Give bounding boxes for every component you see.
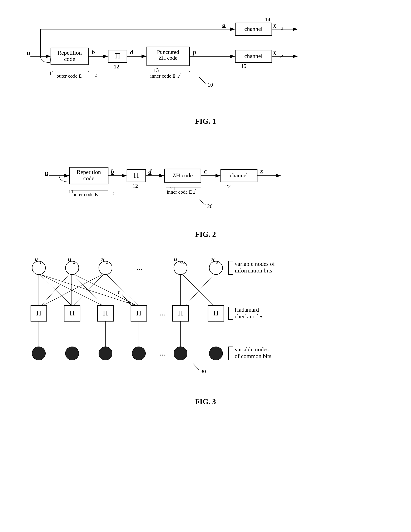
fig3-label: FIG. 3 [17,397,394,406]
svg-text:x: x [260,168,263,174]
figure-1: u Repetition code b Π 12 d Punctured ZH … [17,12,394,126]
svg-text:Π: Π [115,52,120,60]
svg-text:channel: channel [244,26,262,32]
svg-text:11: 11 [49,70,55,76]
svg-text:c: c [204,168,207,174]
svg-point-118 [99,347,112,360]
svg-point-117 [65,347,79,360]
svg-text:12: 12 [133,183,138,189]
svg-text:2: 2 [193,190,195,194]
svg-text:channel: channel [244,53,262,59]
svg-text:H: H [213,309,219,317]
svg-line-134 [107,275,138,305]
svg-line-145 [122,294,130,304]
svg-line-137 [186,275,214,305]
svg-text:30: 30 [201,369,206,374]
svg-line-162 [193,363,199,370]
svg-text:2: 2 [178,74,180,78]
svg-text:H: H [36,309,41,317]
svg-text:u: u [281,25,283,31]
svg-text:u: u [211,256,215,262]
svg-text:u: u [101,256,105,262]
svg-text:Hadamard: Hadamard [235,306,259,313]
svg-text:k-1: k-1 [180,260,185,265]
svg-text:1: 1 [95,73,97,77]
svg-text:H: H [178,309,183,317]
svg-text:y: y [273,48,276,55]
svg-text:p: p [192,49,196,56]
svg-text:1: 1 [113,191,115,196]
svg-text:y: y [273,21,276,28]
svg-text:k: k [216,260,219,265]
svg-text:Π: Π [134,171,139,180]
svg-text:H: H [70,309,75,317]
svg-line-136 [183,275,213,305]
svg-text:d: d [148,168,152,175]
svg-text:...: ... [160,349,165,357]
svg-text:of common bits: of common bits [235,353,271,359]
svg-text:ZH code: ZH code [159,55,177,61]
svg-text:12: 12 [114,64,119,70]
figure-2: u Repetition code 11 outer code E 1 b Π … [17,138,394,239]
svg-text:15: 15 [241,63,246,69]
svg-text:u: u [68,256,71,262]
svg-text:information bits: information bits [235,267,272,274]
svg-text:H: H [103,309,108,317]
svg-text:u: u [174,256,177,262]
svg-text:14: 14 [265,17,270,22]
svg-text:outer code E: outer code E [56,73,82,79]
svg-text:d: d [130,49,133,56]
svg-text:3: 3 [106,260,108,265]
fig1-diagram: u Repetition code b Π 12 d Punctured ZH … [17,12,394,113]
svg-text:code: code [64,56,75,62]
svg-point-100 [209,261,223,275]
svg-text:code: code [83,175,94,181]
svg-text:ZH code: ZH code [172,172,192,179]
svg-text:u: u [222,21,226,28]
svg-text:check nodes: check nodes [235,313,264,320]
svg-text:Punctured: Punctured [157,49,179,55]
svg-point-119 [132,347,146,360]
svg-point-122 [209,347,223,360]
svg-text:inner code E: inner code E [150,73,175,79]
fig2-label: FIG. 2 [17,230,394,239]
svg-text:u: u [27,50,30,57]
fig3-diagram: u 1 u 2 u 3 ... u k-1 u k H [17,251,394,393]
svg-text:20: 20 [207,203,213,209]
figure-3: u 1 u 2 u 3 ... u k-1 u k H [17,251,394,406]
svg-text:r: r [179,71,181,76]
svg-text:variable nodes of: variable nodes of [235,261,275,267]
svg-text:22: 22 [225,183,231,190]
svg-point-93 [99,261,112,275]
fig2-diagram: u Repetition code 11 outer code E 1 b Π … [17,138,394,226]
svg-text:1: 1 [40,260,42,265]
svg-text:variable nodes: variable nodes [235,346,269,352]
svg-point-121 [174,347,187,360]
svg-text:Repetition: Repetition [77,169,101,175]
svg-text:b: b [92,49,95,56]
fig1-label: FIG. 1 [17,117,394,126]
svg-text:p: p [280,53,283,58]
svg-line-47 [199,77,205,84]
svg-line-132 [74,275,103,305]
svg-line-127 [42,275,69,305]
svg-text:u: u [35,256,38,262]
svg-point-87 [32,261,46,275]
svg-text:r: r [118,289,120,295]
svg-line-131 [44,275,102,305]
svg-point-90 [65,261,79,275]
svg-text:2: 2 [73,260,75,265]
svg-text:Repetition: Repetition [57,49,82,56]
svg-text:...: ... [137,263,142,272]
svg-line-125 [40,275,101,305]
svg-text:13: 13 [153,67,159,73]
svg-text:...: ... [160,309,165,317]
svg-text:inner code E: inner code E [167,189,192,195]
svg-text:outer code E: outer code E [73,192,98,197]
svg-text:10: 10 [208,82,213,88]
svg-point-116 [32,347,46,360]
svg-text:channel: channel [230,172,248,179]
svg-line-84 [199,200,205,205]
svg-line-129 [73,275,102,305]
svg-text:b: b [111,168,114,175]
